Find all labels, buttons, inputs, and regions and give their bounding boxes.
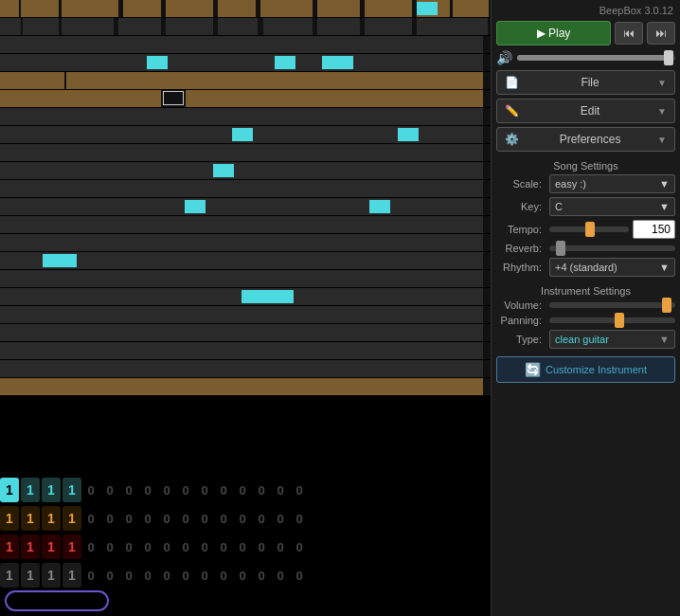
- type-select[interactable]: clean guitar ▼: [549, 330, 675, 349]
- track-row-7[interactable]: [0, 108, 491, 125]
- volume-icon: 🔊: [496, 50, 512, 65]
- seq-num-2-1[interactable]: 1: [0, 506, 19, 531]
- seq-num-3-3[interactable]: 1: [42, 534, 61, 559]
- seq-num-3-4[interactable]: 1: [63, 534, 81, 559]
- inst-volume-row: Volume:: [496, 299, 675, 311]
- seq-num-1-1[interactable]: 1: [0, 478, 19, 502]
- track-row-20[interactable]: [0, 342, 491, 359]
- volume-slider[interactable]: [517, 55, 675, 61]
- reverb-thumb[interactable]: [556, 241, 565, 256]
- key-select[interactable]: C ▼: [549, 197, 675, 216]
- track-row-1[interactable]: [0, 0, 491, 17]
- seq-num-4-4[interactable]: 1: [63, 563, 81, 588]
- tempo-thumb[interactable]: [585, 222, 595, 237]
- track-row-18[interactable]: [0, 306, 491, 323]
- seq-zeros-3: 0 0 0 0 0 0 0 0 0 0 0 0: [83, 540, 491, 554]
- seq-num-4-1[interactable]: 1: [0, 563, 19, 588]
- prefs-label: Preferences: [560, 133, 621, 146]
- seq-num-3-1[interactable]: 1: [0, 534, 19, 559]
- seq-zeros-1: 0 0 0 0 0 0 0 0 0 0 0 0: [83, 483, 491, 498]
- seq-num-3-2[interactable]: 1: [21, 534, 40, 559]
- play-button[interactable]: ▶ Play: [496, 21, 611, 45]
- scale-select[interactable]: easy :) ▼: [549, 174, 675, 193]
- inst-volume-thumb[interactable]: [662, 298, 671, 313]
- prefs-icon: ⚙️: [505, 133, 519, 146]
- scale-label: Scale:: [496, 178, 546, 190]
- seq-num-1-4[interactable]: 1: [63, 478, 81, 502]
- key-row: Key: C ▼: [496, 197, 675, 216]
- track-row-21[interactable]: [0, 360, 491, 377]
- seq-grid: 1 1 1 1 0 0 0 0 0 0 0 0 0 0 0 0: [0, 476, 491, 589]
- app-title: BeepBox 3.0.12: [496, 5, 675, 16]
- app: 1 1 1 1 0 0 0 0 0 0 0 0 0 0 0 0: [0, 0, 680, 616]
- key-value: C: [555, 201, 563, 212]
- track-row-9[interactable]: [0, 144, 491, 161]
- track-row-13[interactable]: [0, 216, 491, 233]
- rewind-button[interactable]: ⏮: [615, 22, 643, 45]
- seq-num-4-3[interactable]: 1: [42, 563, 61, 588]
- tempo-row: Tempo: 150: [496, 220, 675, 239]
- track-row-5[interactable]: [0, 72, 491, 89]
- seq-row-3: 1 1 1 1 0 0 0 0 0 0 0 0 0 0 0 0: [0, 533, 491, 561]
- track-row-14[interactable]: [0, 234, 491, 251]
- seq-zeros-2: 0 0 0 0 0 0 0 0 0 0 0 0: [83, 512, 491, 526]
- rhythm-row: Rhythm: +4 (standard) ▼: [496, 258, 675, 277]
- track-row-11[interactable]: [0, 180, 491, 197]
- tempo-slider[interactable]: [549, 226, 629, 232]
- track-row-17[interactable]: [0, 288, 491, 305]
- track-row-10[interactable]: [0, 162, 491, 179]
- panning-thumb[interactable]: [615, 313, 624, 328]
- track-row-16[interactable]: [0, 270, 491, 287]
- transport-controls: ▶ Play ⏮ ⏭: [496, 21, 675, 45]
- file-label: File: [581, 76, 599, 89]
- rhythm-value: +4 (standard): [555, 262, 617, 273]
- forward-button[interactable]: ⏭: [647, 22, 675, 45]
- scale-row: Scale: easy :) ▼: [496, 174, 675, 193]
- track-row-19[interactable]: [0, 324, 491, 341]
- rhythm-arrow: ▼: [659, 262, 670, 273]
- instrument-settings-header: Instrument Settings: [496, 285, 675, 297]
- prefs-arrow: ▼: [657, 135, 667, 145]
- seq-zeros-4: 0 0 0 0 0 0 0 0 0 0 0 0: [83, 569, 491, 583]
- seq-row-1: 1 1 1 1 0 0 0 0 0 0 0 0 0 0 0 0: [0, 476, 491, 504]
- track-row-6[interactable]: [0, 90, 491, 107]
- tempo-input[interactable]: 150: [633, 220, 675, 239]
- track-row-4[interactable]: [0, 54, 491, 71]
- type-control: clean guitar ▼: [549, 330, 675, 349]
- right-panel: BeepBox 3.0.12 ▶ Play ⏮ ⏭ 🔊 📄 File ▼ ✏️ …: [491, 0, 680, 616]
- key-control: C ▼: [549, 197, 675, 216]
- seq-num-2-4[interactable]: 1: [63, 506, 81, 531]
- seq-num-1-2[interactable]: 1: [21, 478, 40, 502]
- tempo-control: 150: [549, 220, 675, 239]
- edit-icon: ✏️: [505, 104, 519, 118]
- volume-thumb[interactable]: [664, 50, 673, 65]
- seq-num-2-2[interactable]: 1: [21, 506, 40, 531]
- rhythm-control: +4 (standard) ▼: [549, 258, 675, 277]
- rhythm-select[interactable]: +4 (standard) ▼: [549, 258, 675, 277]
- track-row-8[interactable]: [0, 126, 491, 143]
- preferences-button[interactable]: ⚙️ Preferences ▼: [496, 127, 675, 152]
- seq-num-4-2[interactable]: 1: [21, 563, 40, 588]
- customize-instrument-button[interactable]: 🔄 Customize Instrument: [496, 356, 675, 383]
- key-arrow: ▼: [659, 201, 670, 212]
- track-row-3[interactable]: [0, 36, 491, 53]
- track-row-22[interactable]: [0, 378, 491, 395]
- customize-icon: 🔄: [525, 362, 541, 377]
- edit-arrow: ▼: [657, 106, 667, 117]
- file-icon: 📄: [505, 76, 519, 89]
- tracks-area: [0, 0, 491, 396]
- track-row-15[interactable]: [0, 252, 491, 269]
- file-button[interactable]: 📄 File ▼: [496, 70, 675, 95]
- seq-num-1-3[interactable]: 1: [42, 478, 61, 502]
- track-row-2[interactable]: [0, 18, 491, 35]
- inst-volume-slider[interactable]: [549, 302, 675, 308]
- type-row: Type: clean guitar ▼: [496, 330, 675, 349]
- panning-slider[interactable]: [549, 317, 675, 323]
- seq-row-2: 1 1 1 1 0 0 0 0 0 0 0 0 0 0 0 0: [0, 504, 491, 533]
- add-song-button[interactable]: [5, 590, 109, 611]
- seq-num-2-3[interactable]: 1: [42, 506, 61, 531]
- reverb-slider[interactable]: [549, 245, 675, 251]
- track-row-12[interactable]: [0, 198, 491, 215]
- edit-button[interactable]: ✏️ Edit ▼: [496, 99, 675, 123]
- type-value: clean guitar: [555, 334, 609, 345]
